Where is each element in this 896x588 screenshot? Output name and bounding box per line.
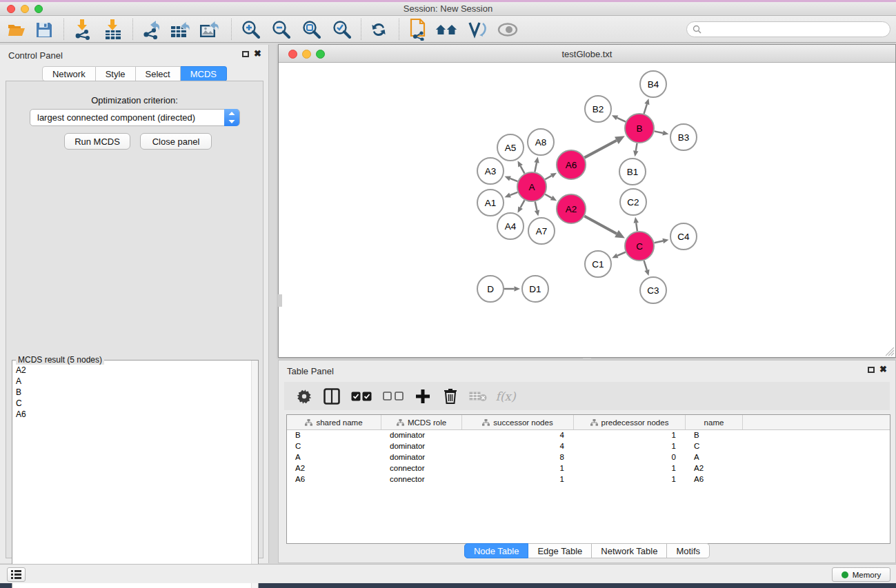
tab-node-table[interactable]: Node Table — [464, 543, 529, 558]
graph-node-B4[interactable]: B4 — [640, 71, 666, 97]
mcds-result-list[interactable]: A2ABCA6 — [13, 365, 250, 588]
zoom-in-icon[interactable] — [239, 19, 261, 40]
graph-node-A7[interactable]: A7 — [528, 218, 555, 244]
edge-A-A2[interactable] — [545, 194, 557, 201]
validate-icon[interactable] — [466, 19, 488, 40]
graph-node-A4[interactable]: A4 — [497, 213, 524, 239]
edge-A-A6[interactable] — [545, 173, 557, 179]
new-network-from-file-icon[interactable] — [408, 19, 430, 40]
tab-motifs[interactable]: Motifs — [667, 543, 710, 558]
select-all-checkboxes-icon[interactable] — [350, 387, 372, 405]
zoom-selected-icon[interactable] — [330, 19, 352, 40]
mcds-result-item[interactable]: A — [13, 376, 250, 387]
export-image-icon[interactable] — [199, 19, 221, 40]
table-row[interactable]: Cdominator41C — [287, 441, 890, 452]
edge-B-B2[interactable] — [612, 115, 626, 121]
edge-A-A4[interactable] — [518, 200, 525, 212]
show-hide-icon[interactable] — [497, 19, 519, 40]
graph-node-C3[interactable]: C3 — [640, 277, 666, 303]
edge-A6-B[interactable] — [584, 136, 624, 157]
memory-button[interactable]: Memory — [832, 567, 890, 582]
console-button[interactable] — [7, 567, 26, 582]
graph-node-C[interactable]: C — [625, 232, 654, 261]
network-browser-icon[interactable] — [435, 19, 457, 40]
edge-B-B3[interactable] — [655, 130, 669, 135]
table-row[interactable]: Adominator80A — [287, 452, 890, 463]
edge-A-A5[interactable] — [518, 161, 525, 173]
graph-node-B1[interactable]: B1 — [619, 159, 646, 185]
table-row[interactable]: A2connector11A2 — [287, 463, 890, 474]
deselect-all-checkboxes-icon[interactable] — [382, 387, 404, 405]
graph-node-D1[interactable]: D1 — [522, 276, 548, 302]
table-settings-icon[interactable] — [295, 387, 313, 405]
export-network-icon[interactable] — [141, 19, 163, 40]
delete-column-icon[interactable] — [441, 387, 459, 405]
edge-C-C3[interactable] — [644, 261, 650, 276]
edge-A-A8[interactable] — [534, 157, 539, 172]
tab-select[interactable]: Select — [136, 66, 181, 81]
graph-node-C2[interactable]: C2 — [620, 189, 646, 215]
mcds-result-item[interactable]: B — [13, 387, 250, 398]
graph-node-B[interactable]: B — [625, 114, 654, 143]
resize-grip-icon[interactable] — [886, 347, 895, 356]
graph-node-A6[interactable]: A6 — [557, 150, 586, 179]
graph-node-A2[interactable]: A2 — [557, 194, 586, 223]
run-mcds-button[interactable]: Run MCDS — [64, 133, 130, 150]
edge-B-B4[interactable] — [644, 99, 650, 114]
edge-A2-C[interactable] — [584, 216, 625, 239]
table-float-panel-icon[interactable] — [868, 367, 875, 373]
column-header-predecessor-nodes[interactable]: predecessor nodes — [574, 415, 686, 429]
tab-network[interactable]: Network — [42, 66, 96, 81]
column-header-successor-nodes[interactable]: successor nodes — [462, 415, 574, 429]
edge-C-C2[interactable] — [634, 217, 639, 231]
table-row[interactable]: Bdominator41B — [287, 430, 890, 441]
graph-node-C4[interactable]: C4 — [670, 223, 697, 250]
graph-node-A8[interactable]: A8 — [528, 129, 554, 155]
save-session-icon[interactable] — [33, 19, 55, 40]
column-header-shared-name[interactable]: shared name — [287, 415, 381, 429]
refresh-icon[interactable] — [368, 19, 390, 40]
open-session-icon[interactable] — [6, 19, 28, 40]
graph-node-C1[interactable]: C1 — [585, 251, 611, 277]
add-column-icon[interactable] — [414, 387, 432, 405]
tab-network-table[interactable]: Network Table — [592, 543, 667, 558]
vertical-splitter-handle[interactable] — [278, 294, 282, 307]
edge-A-A3[interactable] — [505, 176, 518, 181]
mcds-result-item[interactable]: A6 — [13, 409, 250, 420]
column-header-MCDS-role[interactable]: MCDS role — [381, 415, 462, 429]
table-row[interactable]: A6connector11A6 — [287, 474, 890, 485]
mcds-list-scrollbar[interactable] — [251, 361, 258, 588]
graph-node-B3[interactable]: B3 — [670, 124, 697, 150]
graph-node-B2[interactable]: B2 — [585, 96, 611, 122]
graph-node-A[interactable]: A — [517, 172, 546, 201]
graph-node-A1[interactable]: A1 — [477, 190, 504, 216]
close-panel-button[interactable]: Close panel — [140, 133, 212, 150]
column-layout-icon[interactable] — [323, 387, 341, 405]
edge-C-C1[interactable] — [612, 252, 626, 258]
edge-B-B1[interactable] — [633, 143, 638, 157]
float-panel-icon[interactable] — [242, 51, 249, 57]
mcds-result-item[interactable]: C — [13, 398, 250, 409]
zoom-out-icon[interactable] — [270, 19, 292, 40]
tab-mcds[interactable]: MCDS — [181, 66, 227, 81]
search-field[interactable] — [686, 21, 890, 37]
table-close-panel-icon[interactable]: ✖ — [879, 364, 887, 374]
close-panel-icon[interactable]: ✖ — [254, 48, 261, 59]
export-table-icon[interactable] — [170, 19, 192, 40]
tab-edge-table[interactable]: Edge Table — [528, 543, 592, 558]
network-canvas[interactable]: B4B2BB3A8A5A6A3B1AC2A1A2A4A7C4CC1DD1C3 — [279, 63, 895, 357]
graph-node-A5[interactable]: A5 — [497, 134, 524, 161]
edge-C-C4[interactable] — [654, 239, 668, 243]
edge-A-A1[interactable] — [505, 192, 518, 198]
import-network-icon[interactable] — [72, 19, 94, 40]
edge-D-D1[interactable] — [504, 286, 520, 292]
zoom-fit-icon[interactable] — [300, 19, 322, 40]
mcds-result-item[interactable]: A2 — [13, 365, 250, 376]
graph-node-D[interactable]: D — [477, 276, 504, 302]
criterion-dropdown[interactable]: largest connected component (directed) — [30, 109, 240, 126]
import-table-icon[interactable] — [102, 19, 124, 40]
column-header-name[interactable]: name — [686, 415, 743, 429]
tab-style[interactable]: Style — [96, 66, 136, 81]
edge-A-A7[interactable] — [535, 201, 539, 216]
graph-node-A3[interactable]: A3 — [477, 158, 504, 184]
